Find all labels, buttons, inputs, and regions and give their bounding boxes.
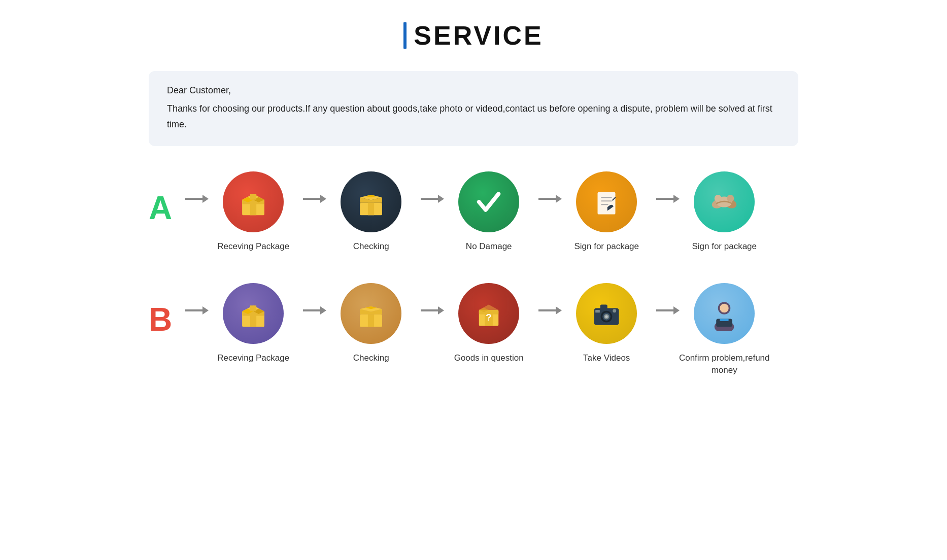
page-title: SERVICE [414,20,543,51]
row-letter-b: B [149,303,172,336]
svg-rect-47 [595,310,600,312]
icon-circle-open-box [341,171,401,232]
svg-rect-6 [250,194,256,199]
flow-item: No Damage [443,171,534,253]
flow-item-label: Checking [353,352,389,364]
flow-item: Receving Package [208,171,299,253]
flow-arrow [185,309,204,311]
flow-row-a: A Receving Package Checking No Damage [149,171,798,253]
notice-text: Thanks for choosing our products.If any … [167,101,780,132]
flow-item: Receving Package [208,283,299,364]
flow-arrow [656,198,674,200]
flow-arrow [656,309,674,311]
flow-arrow [421,198,439,200]
svg-point-50 [720,304,729,313]
flow-arrow [303,309,321,311]
flow-item-label: Sign for package [692,240,757,253]
flow-item: Checking [325,171,417,253]
flow-arrow [185,198,204,200]
flow-row-b: B Receving Package Checking [149,283,798,376]
flow-item-label: Take Videos [583,352,630,364]
flow-item: Sign for package [561,171,652,253]
flow-items: Receving Package Checking ? Goods in que… [208,283,798,376]
flow-item: Confirm problem,refund money [679,283,770,376]
svg-rect-8 [368,203,374,216]
notice-box: Dear Customer, Thanks for choosing our p… [149,71,798,146]
svg-rect-45 [600,304,607,309]
flow-arrow [303,198,321,200]
icon-circle-handshake [694,171,755,232]
page-wrapper: SERVICE Dear Customer, Thanks for choosi… [118,0,829,427]
header: SERVICE [149,20,798,51]
icon-circle-checkmark [458,171,519,232]
flow-item: Take Videos [561,283,652,364]
svg-point-20 [715,195,722,202]
flow-item-label: Receving Package [217,240,289,253]
flow-item: Checking [325,283,417,364]
icon-circle-package [223,171,284,232]
flow-arrow [421,309,439,311]
flow-arrow [538,309,557,311]
icon-circle-question-box: ? [458,283,519,344]
svg-rect-24 [250,311,256,327]
svg-rect-30 [368,314,374,327]
flow-item: ? Goods in question [443,283,534,364]
icon-circle-package [223,283,284,344]
flow-item-label: No Damage [466,240,512,253]
flow-container: A Receving Package Checking No Damage [149,171,798,376]
icon-circle-sign [576,171,637,232]
flow-item-label: Receving Package [217,352,289,364]
flow-item-label: Goods in question [454,352,524,364]
svg-text:?: ? [486,312,492,323]
icon-circle-open-box [341,283,401,344]
icon-circle-camera [576,283,637,344]
flow-item-label: Sign for package [574,240,639,253]
header-accent-bar [403,22,407,49]
svg-point-44 [605,315,608,318]
svg-point-21 [727,195,734,202]
svg-point-46 [613,309,616,312]
flow-section-b: B Receving Package Checking [149,283,798,376]
flow-section-a: A Receving Package Checking No Damage [149,171,798,253]
svg-rect-12 [598,192,616,215]
row-letter-a: A [149,192,172,224]
flow-item-label: Confirm problem,refund money [679,352,770,376]
flow-item: Sign for package [679,171,770,253]
svg-rect-52 [720,319,729,321]
svg-rect-28 [250,305,256,311]
flow-item-label: Checking [353,240,389,253]
icon-circle-person [694,283,755,344]
svg-rect-2 [250,200,256,216]
flow-items: Receving Package Checking No Damage Sign… [208,171,798,253]
notice-greeting: Dear Customer, [167,85,780,96]
flow-arrow [538,198,557,200]
